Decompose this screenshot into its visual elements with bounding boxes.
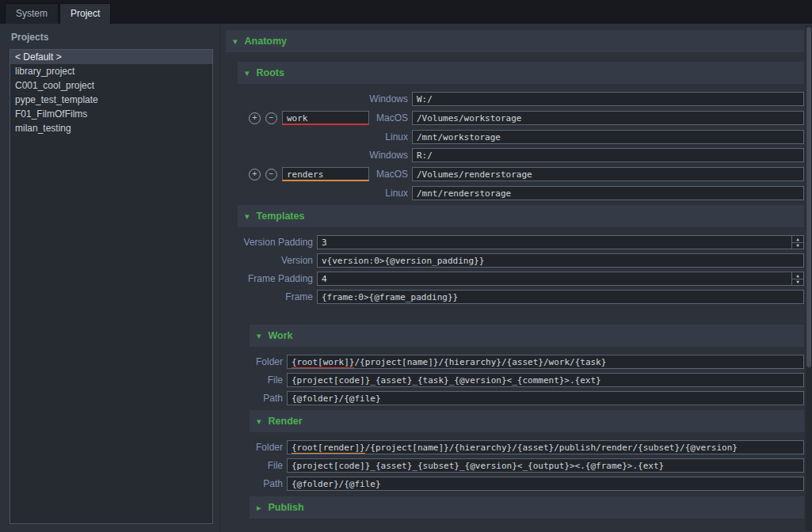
publish-section-title: Publish (269, 502, 304, 513)
project-item[interactable]: pype_test_template (10, 93, 212, 107)
chevron-right-icon: ▸ (257, 504, 261, 512)
add-root-button[interactable]: + (249, 112, 261, 124)
root-windows-row: Windows R:/ (238, 148, 804, 162)
render-path-input[interactable]: {@folder}/{@file} (287, 477, 804, 491)
platform-label-windows: Windows (238, 150, 408, 161)
version-padding-value: 3 (322, 238, 327, 248)
work-path-row: Path {@folder}/{@file} (250, 391, 804, 405)
render-file-input[interactable]: {project[code]}_{asset}_{subset}_{@versi… (287, 458, 804, 473)
root-windows-row: Windows W:/ (238, 92, 804, 106)
chevron-down-icon: ▾ (245, 69, 250, 78)
anatomy-section-title: Anatomy (245, 36, 287, 47)
project-item-default[interactable]: < Default > (10, 50, 212, 64)
file-label: File (250, 460, 283, 471)
path-label: Path (250, 478, 283, 489)
settings-panel: ▾ Anatomy ▾ Roots Windows W:/ + − work M… (220, 24, 812, 532)
tab-system[interactable]: System (5, 3, 59, 24)
root-renders-macos-input[interactable]: /Volumes/renderstorage (412, 167, 804, 181)
file-label: File (250, 374, 283, 386)
render-section-header[interactable]: ▾ Render (250, 410, 804, 432)
frame-padding-row: Frame Padding 4 ▲ ▼ (238, 272, 804, 286)
root-token: {root[work]} (292, 357, 354, 369)
frame-padding-value: 4 (322, 274, 327, 284)
root-work-windows-input[interactable]: W:/ (412, 92, 804, 106)
project-item[interactable]: F01_FilmOfFilms (10, 107, 212, 121)
work-section-title: Work (269, 330, 293, 341)
spin-up-icon[interactable]: ▲ (792, 272, 803, 279)
platform-label-linux: Linux (238, 131, 408, 142)
work-file-input[interactable]: {project[code]}_{asset}_{task}_{@version… (287, 373, 804, 387)
platform-label-windows: Windows (238, 93, 408, 104)
render-section-title: Render (269, 416, 303, 427)
frame-input[interactable]: {frame:0>{@frame_padding}} (317, 290, 804, 304)
root-key-cell: + − work MacOS (238, 110, 408, 126)
frame-row: Frame {frame:0>{@frame_padding}} (238, 290, 804, 304)
roots-section-title: Roots (257, 67, 284, 78)
frame-label: Frame (238, 291, 313, 302)
root-key-row: + − renders MacOS /Volumes/renderstorage (238, 166, 804, 182)
root-work-macos-input[interactable]: /Volumes/workstorage (412, 111, 804, 125)
render-file-row: File {project[code]}_{asset}_{subset}_{@… (250, 458, 804, 473)
version-padding-label: Version Padding (238, 237, 313, 248)
version-row: Version v{version:0>{@version_padding}} (238, 253, 804, 268)
render-folder-input[interactable]: {root[render]}/{project[name]}/{hierarch… (287, 440, 804, 454)
version-label: Version (238, 255, 313, 266)
chevron-down-icon: ▾ (245, 212, 250, 221)
root-renders-linux-input[interactable]: /mnt/renderstorage (412, 186, 804, 200)
projects-panel: Projects < Default > library_project C00… (0, 24, 220, 532)
project-item[interactable]: library_project (10, 64, 212, 78)
projects-panel-title: Projects (11, 32, 213, 43)
remove-root-button[interactable]: − (265, 112, 277, 124)
work-folder-row: Folder {root[work]}/{project[name]}/{hie… (250, 355, 804, 369)
work-file-row: File {project[code]}_{asset}_{task}_{@ve… (250, 373, 804, 387)
chevron-down-icon: ▾ (257, 332, 261, 340)
platform-label-macos: MacOS (376, 169, 408, 180)
platform-label-linux: Linux (238, 188, 408, 199)
version-padding-input[interactable]: 3 ▲ ▼ (317, 235, 804, 249)
path-label: Path (250, 393, 283, 404)
spin-up-icon[interactable]: ▲ (792, 236, 803, 243)
work-path-input[interactable]: {@folder}/{@file} (287, 391, 804, 405)
root-key-row: + − work MacOS /Volumes/workstorage (238, 110, 804, 126)
version-input[interactable]: v{version:0>{@version_padding}} (317, 253, 804, 268)
spin-down-icon[interactable]: ▼ (792, 243, 803, 249)
folder-label: Folder (250, 442, 283, 453)
work-section-header[interactable]: ▾ Work (250, 325, 804, 347)
folder-label: Folder (250, 356, 283, 367)
frame-padding-input[interactable]: 4 ▲ ▼ (317, 272, 804, 286)
tab-project[interactable]: Project (59, 3, 111, 24)
platform-label-macos: MacOS (376, 112, 408, 124)
root-token: {root[render]} (292, 443, 365, 454)
root-key-cell: + − renders MacOS (238, 166, 408, 182)
chevron-down-icon: ▾ (257, 417, 261, 426)
render-folder-row: Folder {root[render]}/{project[name]}/{h… (250, 440, 804, 454)
project-item[interactable]: C001_cool_project (10, 78, 212, 93)
scrollbar-thumb[interactable] (806, 27, 811, 367)
project-list: < Default > library_project C001_cool_pr… (10, 49, 213, 524)
templates-section-header[interactable]: ▾ Templates (238, 205, 804, 227)
root-linux-row: Linux /mnt/renderstorage (238, 186, 804, 200)
root-work-linux-input[interactable]: /mnt/workstorage (412, 130, 804, 144)
templates-section-title: Templates (257, 211, 305, 222)
root-linux-row: Linux /mnt/workstorage (238, 130, 804, 144)
version-padding-row: Version Padding 3 ▲ ▼ (238, 235, 804, 249)
spinner-buttons[interactable]: ▲ ▼ (791, 236, 803, 249)
remove-root-button[interactable]: − (265, 169, 277, 180)
work-folder-input[interactable]: {root[work]}/{project[name]}/{hierarchy}… (287, 355, 804, 369)
scrollbar[interactable] (806, 25, 812, 530)
render-path-row: Path {@folder}/{@file} (250, 477, 804, 491)
tab-bar: System Project (0, 0, 812, 24)
frame-padding-label: Frame Padding (238, 273, 313, 284)
spinner-buttons[interactable]: ▲ ▼ (791, 272, 803, 285)
roots-section-header[interactable]: ▾ Roots (238, 62, 804, 84)
folder-template-rest: /{project[name]}/{hierarchy}/{asset}/pub… (365, 443, 738, 453)
root-key-input[interactable]: renders (282, 167, 369, 181)
anatomy-section-header[interactable]: ▾ Anatomy (226, 30, 804, 52)
publish-section-header[interactable]: ▸ Publish (250, 496, 804, 519)
root-renders-windows-input[interactable]: R:/ (412, 148, 804, 162)
root-key-input[interactable]: work (282, 111, 369, 125)
spin-down-icon[interactable]: ▼ (792, 279, 803, 286)
project-item[interactable]: milan_testing (10, 121, 212, 135)
chevron-down-icon: ▾ (233, 37, 238, 46)
add-root-button[interactable]: + (249, 169, 261, 180)
